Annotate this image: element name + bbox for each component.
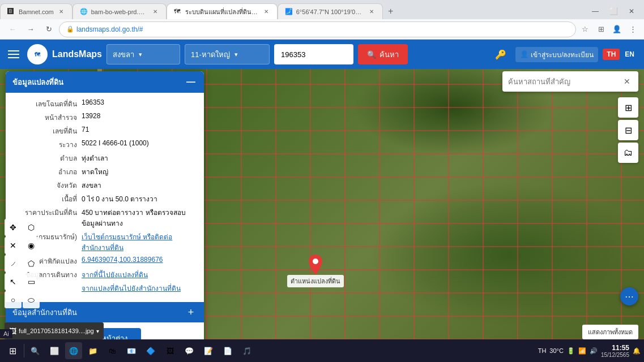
taskbar-search-btn[interactable]: 🔍: [27, 342, 44, 359]
coords-value[interactable]: 6.94639074,100.31889676: [82, 256, 196, 266]
taskbar-clock[interactable]: 11:55 15/12/2565: [601, 344, 629, 358]
deed-value: 196353: [82, 98, 196, 109]
layers-btn[interactable]: ⊞: [618, 97, 638, 118]
area-value: 0 ไร่ 0 งาน 50.0 ตารางวา: [82, 193, 196, 204]
search-button[interactable]: 🔍 ค้นหา: [358, 44, 408, 64]
address-bar[interactable]: 🔒 landsmaps.dol.go.th/#: [59, 21, 576, 37]
profile-btn[interactable]: 👤: [610, 23, 624, 36]
tab-favicon-bam: 🌐: [80, 8, 88, 16]
select-tool-btn[interactable]: ⬡: [23, 219, 40, 236]
hamburger-line: [8, 54, 19, 55]
info-row-lot: เลขที่ดิน 71: [14, 126, 196, 136]
taskbar-task-view-btn[interactable]: ⬜: [46, 342, 63, 359]
app-brand: LandsMaps: [52, 49, 102, 59]
rect-tool-btn[interactable]: ▭: [23, 273, 40, 290]
arrow-tool-btn[interactable]: ↖: [5, 273, 22, 290]
more-options-btn[interactable]: ⋮: [626, 23, 639, 36]
tab-favicon-bamnet: 🅱: [7, 8, 15, 16]
lang-th-btn[interactable]: TH: [603, 49, 620, 60]
taskbar-edge-btn[interactable]: 🔷: [142, 342, 159, 359]
close-window-btn[interactable]: ✕: [624, 3, 639, 19]
province-select-wrapper[interactable]: สงขลา: [113, 50, 144, 59]
back-button[interactable]: ←: [5, 21, 20, 37]
province-select[interactable]: สงขลา: [113, 50, 144, 59]
start-menu-btn[interactable]: ⊞: [3, 342, 22, 360]
key-icon-btn[interactable]: 🔑: [491, 44, 511, 64]
forward-button[interactable]: →: [23, 21, 39, 37]
speaker-icon: 🔊: [590, 347, 598, 355]
district-select[interactable]: 11-หาดใหญ่: [191, 50, 240, 59]
taskbar-media-btn[interactable]: 🎵: [238, 342, 255, 359]
cross-tool-btn[interactable]: ✕: [5, 237, 22, 254]
extensions-btn[interactable]: ⊞: [594, 23, 608, 36]
taskbar-mail-btn[interactable]: 📧: [123, 342, 140, 359]
tab-landsmaps[interactable]: 🗺 ระบบดินแผนที่แปลงที่ดิน (LandsMaps) ✕: [167, 3, 278, 19]
grid-btn[interactable]: ⊟: [618, 120, 638, 140]
info-row-directions: ข้อมูลการเดินทาง จากที่นี้ไปยังแปลงที่ดิ…: [14, 269, 196, 280]
tab-close-google[interactable]: ✕: [368, 8, 376, 16]
taskbar-explorer-btn[interactable]: 📁: [84, 342, 101, 359]
circle-tool-btn[interactable]: ○: [5, 291, 22, 308]
new-tab-button[interactable]: +: [383, 3, 399, 19]
more-options-map-btn[interactable]: ⋯: [620, 287, 638, 305]
map-type-btn[interactable]: 🗂: [618, 143, 638, 163]
taskbar-acrobat-btn[interactable]: 📄: [219, 342, 236, 359]
section2-expand-btn[interactable]: +: [185, 306, 197, 318]
hamburger-menu[interactable]: [6, 46, 23, 63]
taskbar-teams-btn[interactable]: 💬: [181, 342, 198, 359]
battery-icon: 🔋: [567, 347, 575, 355]
district-select-wrapper[interactable]: 11-หาดใหญ่: [191, 50, 240, 59]
sidebar-search-close-icon[interactable]: ✕: [624, 77, 630, 86]
thumb-chevron: ▾: [96, 328, 99, 334]
taskbar-word-btn[interactable]: 📝: [200, 342, 217, 359]
province-dropdown[interactable]: สงขลา: [106, 44, 180, 64]
directions-from-plot[interactable]: จากแปลงที่ดินไปยังสำนักงานที่ดิน: [82, 283, 196, 294]
left-tools-row5: ○ ⬭: [5, 291, 40, 308]
info-row-map: ระวาง 5022 I 4666-01 (1000): [14, 139, 196, 150]
directions-to-plot[interactable]: จากที่นี้ไปยังแปลงที่ดิน: [82, 269, 196, 280]
treasury-link[interactable]: เว็บไซต์กรมธนารักษ์ หรือติดต่อสำนักงานที…: [82, 231, 196, 253]
tab-close-bamnet[interactable]: ✕: [57, 8, 65, 16]
minimize-window-btn[interactable]: —: [587, 3, 603, 19]
taskbar-lang[interactable]: TH: [538, 347, 547, 354]
move-tool-btn[interactable]: ✥: [5, 219, 22, 236]
notification-btn[interactable]: 🔔: [633, 347, 641, 355]
map-container[interactable]: 🗺 LandsMaps สงขลา 11-หาดใหญ่ 🔍 ค้นหา: [0, 40, 644, 362]
sidebar-search-input[interactable]: [508, 77, 624, 86]
tab-bam[interactable]: 🌐 bam-bo-web-prd.bam.co... ✕: [72, 3, 167, 19]
taskbar-photos-btn[interactable]: 🖼: [161, 342, 178, 359]
point-tool-btn[interactable]: ◉: [23, 237, 40, 254]
info-row-province: จังหวัด สงขลา: [14, 180, 196, 191]
panel-close-btn[interactable]: —: [185, 76, 197, 88]
left-tools-row3: ⟋ ⬠: [5, 255, 40, 272]
polygon-tool-btn[interactable]: ⬠: [23, 255, 40, 272]
lot-label: เลขที่ดิน: [14, 126, 82, 136]
show-image-label: แสดงภาพทั้งหมด: [588, 329, 633, 335]
taskbar-chrome-btn[interactable]: 🌐: [65, 342, 82, 359]
address-text: landsmaps.dol.go.th/#: [76, 25, 143, 33]
land-marker[interactable]: ตำแหน่งแปลงที่ดิน: [309, 255, 322, 277]
user-login-label: เข้าสู่ระบบ/ลงทะเบียน: [531, 49, 594, 60]
taskbar-store-btn[interactable]: 🛍: [104, 342, 121, 359]
tab-bamnet[interactable]: 🅱 Bamnet.com ✕: [0, 3, 72, 19]
deed-label: เลขโฉนดที่ดิน: [14, 98, 82, 109]
lang-en-btn[interactable]: EN: [621, 49, 638, 60]
user-login-btn[interactable]: 👤 เข้าสู่ระบบ/ลงทะเบียน: [515, 47, 598, 62]
show-all-images-btn[interactable]: แสดงภาพทั้งหมด: [582, 325, 638, 339]
ellipse-tool-btn[interactable]: ⬭: [23, 291, 40, 308]
maximize-window-btn[interactable]: ⬜: [605, 3, 621, 19]
marker-label: ตำแหน่งแปลงที่ดิน: [287, 275, 344, 287]
tab-close-landsmaps[interactable]: ✕: [262, 8, 270, 16]
ai-badge: Ai: [0, 329, 12, 338]
district-dropdown[interactable]: 11-หาดใหญ่: [185, 44, 270, 64]
land-search-input[interactable]: [281, 50, 338, 59]
bookmark-btn[interactable]: ☆: [578, 23, 592, 36]
image-thumbnail[interactable]: 🖼 full_20170518181439....jpg ▾: [5, 322, 104, 339]
reload-button[interactable]: ↻: [41, 21, 57, 37]
info-row-survey: หน้าสำรวจ 13928: [14, 112, 196, 123]
tab-google[interactable]: 🗾 6°56'47.7"N 100°19'07.7"E - Goo... ✕: [278, 3, 383, 19]
tab-close-bam[interactable]: ✕: [151, 8, 159, 16]
search-btn-label: ค้นหา: [379, 49, 399, 61]
windows-taskbar: ⊞ 🔍 ⬜ 🌐 📁 🛍 📧 🔷 🖼 💬 📝 📄 🎵 TH 30°C 🔋 📶: [0, 339, 644, 362]
line-tool-btn[interactable]: ⟋: [5, 255, 22, 272]
